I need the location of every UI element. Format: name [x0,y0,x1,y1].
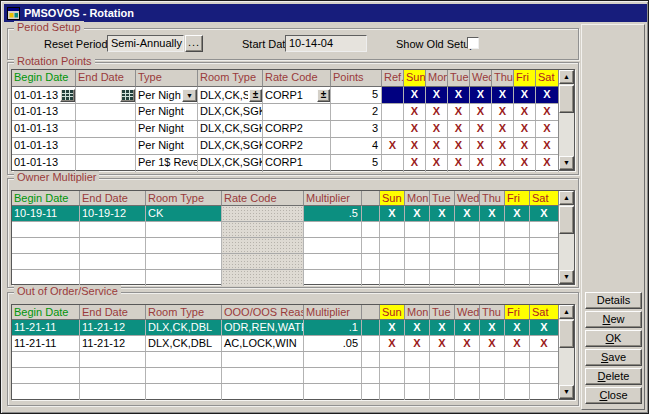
day-x-cell[interactable]: X [492,121,514,137]
table-row[interactable]: 01-01-13 Per Night DLX,CK,SGK,K CORP2 3 … [12,121,559,138]
day-x-cell[interactable]: X [530,320,559,335]
scroll-up-icon[interactable]: ▲ [559,191,574,205]
day-x-cell[interactable]: X [536,138,559,154]
day-x-cell[interactable]: X [505,336,530,351]
table-row[interactable] [12,352,559,368]
day-x-cell[interactable]: X [480,320,505,335]
day-x-cell[interactable]: X [448,155,470,172]
day-x-cell[interactable]: X [380,206,405,221]
table-row[interactable] [12,238,559,254]
day-x-cell[interactable]: X [514,138,536,154]
table-row[interactable] [12,222,559,238]
day-x-cell[interactable]: X [505,320,530,335]
day-x-cell[interactable]: X [426,87,448,103]
day-x-cell[interactable]: X [380,336,405,351]
day-x-cell[interactable]: X [470,104,492,120]
details-button[interactable]: Details [585,292,642,309]
day-x-cell[interactable]: X [404,87,426,103]
table-row[interactable]: 11-21-11 11-21-12 DLX,CK,DBL ODR,REN,WAT… [12,320,559,336]
day-x-cell[interactable]: X [480,206,505,221]
day-x-cell[interactable]: X [405,320,430,335]
scroll-up-icon[interactable]: ▲ [559,305,574,319]
day-x-cell[interactable]: X [380,320,405,335]
scroll-up-icon[interactable]: ▲ [559,70,574,84]
scroll-down-icon[interactable]: ▼ [559,385,574,399]
day-x-cell[interactable]: X [530,336,559,351]
new-button[interactable]: New [585,311,642,328]
day-x-cell[interactable]: X [514,104,536,120]
day-x-cell[interactable]: X [430,336,455,351]
day-x-cell[interactable]: X [480,336,505,351]
scrollbar-thumb[interactable] [559,206,574,234]
table-row[interactable]: 11-21-11 11-21-12 DLX,CK,DBL AC,LOCK,WIN… [12,336,559,352]
day-x-cell[interactable]: X [455,206,480,221]
day-x-cell[interactable]: X [430,206,455,221]
day-x-cell[interactable]: X [405,336,430,351]
chevron-down-icon[interactable]: ▼ [182,89,197,102]
table-row[interactable] [12,270,559,286]
calendar-icon[interactable] [120,89,135,102]
day-x-cell[interactable]: X [448,121,470,137]
day-x-cell[interactable]: X [455,336,480,351]
cell-ref[interactable] [382,104,404,120]
day-x-cell[interactable]: X [470,155,492,172]
cell-ref[interactable]: X [382,138,404,154]
day-x-cell[interactable]: X [536,121,559,137]
table-row[interactable] [12,254,559,270]
day-x-cell[interactable]: X [536,87,559,103]
table-row[interactable]: 01-01-13 Per Night ▼ DLX,CK,SGI ± CORP1 … [12,87,559,104]
calendar-icon[interactable] [60,89,75,102]
day-x-cell[interactable]: X [448,104,470,120]
cell-type-combobox[interactable]: Per Night ▼ [136,87,198,103]
day-x-cell[interactable]: X [426,104,448,120]
day-x-cell[interactable]: X [404,104,426,120]
save-button[interactable]: Save [585,349,642,366]
day-x-cell[interactable]: X [405,206,430,221]
scrollbar-thumb[interactable] [559,320,574,348]
day-x-cell[interactable]: X [448,138,470,154]
lov-icon[interactable]: ± [249,89,262,102]
day-x-cell[interactable]: X [426,138,448,154]
day-x-cell[interactable]: X [404,121,426,137]
day-x-cell[interactable]: X [492,155,514,172]
reset-period-lov-button[interactable]: ... [185,35,203,52]
day-x-cell[interactable]: X [470,138,492,154]
cell-ref[interactable] [382,87,404,103]
day-x-cell[interactable]: X [492,138,514,154]
day-x-cell[interactable]: X [404,155,426,172]
rotation-points-scrollbar[interactable]: ▲ ▼ [558,70,574,170]
cell-ref[interactable] [382,121,404,137]
day-x-cell[interactable]: X [426,121,448,137]
show-old-setup-checkbox[interactable] [467,37,479,49]
table-row[interactable]: 01-01-13 Per 1$ Revenu DLX,CK,SGK,K CORP… [12,155,559,172]
cell-ref[interactable] [382,155,404,172]
day-x-cell[interactable]: X [505,206,530,221]
day-x-cell[interactable]: X [492,87,514,103]
day-x-cell[interactable]: X [448,87,470,103]
scrollbar-thumb[interactable] [559,85,574,113]
day-x-cell[interactable]: X [514,87,536,103]
day-x-cell[interactable]: X [530,206,559,221]
scroll-down-icon[interactable]: ▼ [559,156,574,170]
day-x-cell[interactable]: X [514,121,536,137]
day-x-cell[interactable]: X [492,104,514,120]
day-x-cell[interactable]: X [426,155,448,172]
day-x-cell[interactable]: X [536,155,559,172]
table-row[interactable]: 01-01-13 Per Night DLX,CK,SGK,K CORP2 4 … [12,138,559,155]
out-of-order-scrollbar[interactable]: ▲ ▼ [558,305,574,399]
lov-icon[interactable]: ± [317,89,330,102]
table-row[interactable]: 01-01-13 Per Night DLX,CK,SGK,K 2 X X X … [12,104,559,121]
table-row[interactable] [12,384,559,400]
day-x-cell[interactable]: X [536,104,559,120]
table-row[interactable]: 10-19-11 10-19-12 CK .5 X X X X X X X [12,206,559,222]
day-x-cell[interactable]: X [514,155,536,172]
reset-period-field[interactable]: Semi-Annually [107,35,184,52]
owner-multiplier-scrollbar[interactable]: ▲ ▼ [558,191,574,284]
day-x-cell[interactable]: X [455,320,480,335]
day-x-cell[interactable]: X [470,87,492,103]
delete-button[interactable]: Delete [585,368,642,385]
start-date-field[interactable]: 10-14-04 [285,35,367,52]
ok-button[interactable]: OK [585,330,642,347]
close-button[interactable]: Close [585,387,642,404]
day-x-cell[interactable]: X [404,138,426,154]
